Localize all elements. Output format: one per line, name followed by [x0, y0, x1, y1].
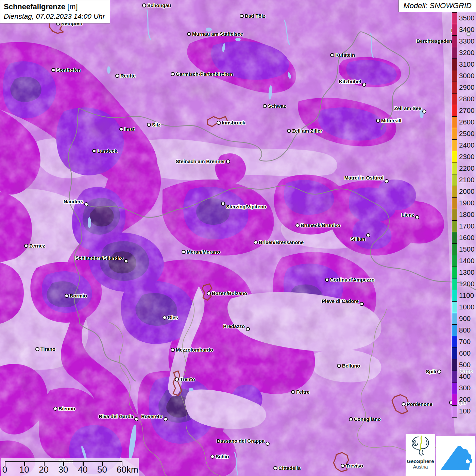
city-dot	[330, 53, 334, 57]
colorbar-cell	[452, 394, 457, 406]
scalebar-label: 40	[78, 464, 88, 475]
city-label: Rovereto	[141, 414, 163, 419]
blue-mountain-logo	[436, 436, 475, 476]
colorbar-cell	[452, 325, 457, 336]
colorbar-cell	[452, 94, 457, 105]
city-label: Bad Tölz	[245, 14, 265, 19]
colorbar-cell	[452, 151, 457, 163]
geosphere-logo-icon	[410, 434, 431, 457]
colorbar-cell	[452, 174, 457, 186]
city-label: Bormio	[70, 293, 87, 299]
geosphere-logo: GeoSphere Austria	[406, 434, 435, 476]
colorbar-cell	[452, 232, 457, 244]
colorbar-tick-label: 3500	[459, 12, 475, 24]
colorbar-cell	[452, 221, 457, 232]
colorbar-tick-label: 1900	[459, 197, 475, 209]
colorbar-cell	[452, 105, 457, 117]
city-label: Zell am See	[394, 106, 421, 111]
city-dot	[337, 364, 341, 368]
colorbar-tick-label: 3200	[459, 47, 475, 58]
city-label: Schio	[216, 454, 229, 459]
city-label: Matrei in Osttirol	[344, 175, 384, 181]
colorbar-cell	[452, 302, 457, 313]
colorbar-tick-label: 500	[459, 359, 471, 371]
scalebar-label: 0	[2, 464, 7, 475]
colorbar-tick-label: 2800	[459, 93, 475, 105]
colorbar-tick-label: 3000	[459, 70, 475, 82]
colorbar-cell	[452, 59, 457, 70]
city-dot	[415, 215, 419, 219]
scalebar-label: 50	[97, 464, 107, 475]
city-label: Garmisch-Partenkirchen	[176, 72, 233, 77]
colorbar-tick-label: 2300	[459, 151, 475, 163]
city-dot	[24, 244, 28, 248]
city-dot	[360, 302, 364, 306]
scalebar-label: 60km	[117, 464, 138, 475]
geosphere-logo-country: Austria	[406, 464, 435, 470]
city-label: Lienz	[402, 213, 414, 218]
city-label: Tirano	[40, 347, 55, 352]
city-dot	[147, 123, 151, 127]
model-box: Modell: SNOWGRID	[398, 0, 476, 12]
title-box: Schneefallgrenze [m] Dienstag, 07.02.202…	[0, 0, 110, 23]
city-label: Reutte	[120, 73, 136, 79]
city-dot	[207, 291, 211, 295]
colorbar-cell	[452, 117, 457, 128]
city-label: Zell am Ziller	[292, 129, 322, 134]
colorbar-tick-label: 2100	[459, 174, 475, 186]
city-dot	[182, 250, 186, 254]
city-label: Bienno	[58, 406, 75, 411]
map-datetime: Dienstag, 07.02.2023 14:00 Uhr	[4, 12, 105, 20]
city-label: Conegliano	[354, 417, 381, 422]
colorbar-cell	[452, 313, 457, 325]
map-title-line: Schneefallgrenze [m]	[4, 2, 105, 11]
city-dot	[385, 179, 389, 183]
city-label: Schwaz	[268, 104, 286, 109]
city-dot	[254, 240, 258, 244]
colorbar-tick-label: 400	[459, 371, 471, 382]
colorbar-tick-label: 3400	[459, 24, 475, 35]
colorbar-cell	[452, 359, 457, 371]
colorbar-cell	[452, 70, 457, 82]
colorbar-cell	[452, 382, 457, 394]
city-dot	[295, 223, 300, 227]
city-dot	[51, 68, 55, 72]
city-dot	[115, 74, 119, 78]
city-label: Kufstein	[335, 53, 355, 58]
city-dot	[366, 233, 370, 237]
city-label: Treviso	[346, 463, 363, 469]
city-label: Nauders	[64, 199, 83, 204]
city-markers-layer: SchongauBad TölzKemptenMurnau am Staffel…	[0, 0, 476, 476]
colorbar-cell	[452, 336, 457, 348]
city-dot	[246, 327, 250, 331]
city-label: Mezzolombardo	[176, 347, 213, 353]
city-dot	[291, 390, 295, 394]
city-label: Schongau	[147, 3, 171, 8]
colorbar-tick-label: 2900	[459, 82, 475, 93]
colorbar-cell	[452, 278, 457, 290]
city-label: Sterzing/Vipiteno	[226, 204, 266, 209]
city-dot	[210, 455, 215, 459]
colorbar-cell	[452, 406, 457, 417]
city-label: Steinach am Brenner	[176, 159, 225, 164]
city-label: Imst	[124, 127, 135, 132]
city-label: Pieve di Cadore	[322, 299, 359, 304]
city-label: Feltre	[296, 390, 310, 395]
city-label: Silz	[152, 122, 160, 128]
city-dot	[171, 72, 175, 76]
city-dot	[217, 121, 221, 125]
city-dot	[349, 417, 353, 421]
city-label: Schlanders/Silandro	[75, 256, 123, 261]
city-label: Kitzbühel	[339, 79, 361, 84]
city-label: Berchtesgaden	[417, 39, 452, 44]
city-label: Brixen/Bressanone	[259, 240, 304, 245]
colorbar-tick-label: 1700	[459, 220, 475, 232]
city-dot	[341, 464, 345, 468]
map-unit: [m]	[67, 2, 78, 11]
blue-mountain-logo-icon	[436, 436, 475, 476]
city-label: Bruneck/Brunico	[301, 223, 340, 228]
colorbar-tick-label: 800	[459, 324, 471, 336]
city-label: Murnau am Staffelsee	[192, 32, 243, 37]
city-dot	[124, 259, 128, 263]
city-dot	[92, 149, 96, 153]
